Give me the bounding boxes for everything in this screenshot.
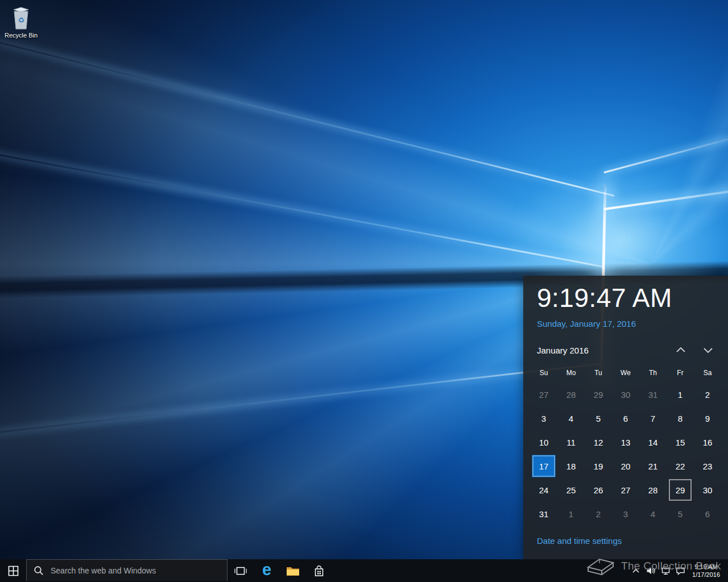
task-view-icon bbox=[234, 566, 247, 576]
calendar-header: January 2016 bbox=[537, 345, 714, 355]
calendar-day[interactable]: 1 bbox=[560, 503, 582, 525]
volume-icon[interactable] bbox=[643, 559, 658, 582]
calendar-day[interactable]: 2 bbox=[587, 503, 610, 525]
calendar-day[interactable]: 24 bbox=[532, 479, 555, 501]
calendar-day[interactable]: 30 bbox=[696, 479, 719, 501]
calendar-day[interactable]: 28 bbox=[642, 479, 664, 501]
desktop: ♻ Recycle Bin 9:19:47 AM Sunday, January… bbox=[0, 0, 728, 582]
calendar-day[interactable]: 17 bbox=[532, 455, 555, 477]
clock-date-link[interactable]: Sunday, January 17, 2016 bbox=[537, 319, 636, 329]
calendar-day[interactable]: 5 bbox=[669, 503, 692, 525]
tray-clock[interactable]: 9:19 AM 1/17/2016 bbox=[688, 563, 725, 579]
recycle-bin[interactable]: ♻ Recycle Bin bbox=[3, 5, 39, 39]
clock-time: 9:19:47 AM bbox=[537, 282, 672, 313]
calendar-day[interactable]: 23 bbox=[696, 455, 719, 477]
system-tray: 9:19 AM 1/17/2016 bbox=[628, 559, 728, 582]
date-time-settings-link[interactable]: Date and time settings bbox=[537, 536, 622, 546]
calendar-day[interactable]: 6 bbox=[696, 503, 719, 525]
calendar-day[interactable]: 3 bbox=[532, 408, 555, 429]
calendar-day[interactable]: 22 bbox=[669, 455, 692, 477]
tray-date: 1/17/2016 bbox=[692, 571, 720, 579]
calendar-day[interactable]: 26 bbox=[587, 479, 610, 501]
calendar-month-label: January 2016 bbox=[537, 346, 589, 355]
chevron-up-icon[interactable] bbox=[675, 345, 687, 355]
start-button[interactable] bbox=[0, 559, 26, 582]
task-view-button[interactable] bbox=[228, 559, 254, 582]
edge-button[interactable]: e bbox=[254, 559, 280, 582]
svg-text:♻: ♻ bbox=[18, 16, 24, 24]
calendar-day[interactable]: 25 bbox=[560, 479, 582, 501]
day-of-week-header: Mo bbox=[557, 368, 585, 378]
taskbar: e bbox=[0, 559, 728, 582]
file-explorer-icon bbox=[286, 566, 300, 576]
calendar-day[interactable]: 6 bbox=[614, 408, 637, 429]
calendar-day[interactable]: 15 bbox=[669, 431, 692, 453]
calendar-day[interactable]: 5 bbox=[587, 408, 610, 429]
calendar-day[interactable]: 4 bbox=[560, 408, 582, 429]
calendar-day[interactable]: 10 bbox=[532, 431, 555, 453]
calendar-day[interactable]: 3 bbox=[614, 503, 637, 525]
calendar-day-headers: SuMoTuWeThFrSa bbox=[530, 368, 721, 378]
chevron-down-icon[interactable] bbox=[702, 345, 714, 355]
tray-time: 9:19 AM bbox=[694, 563, 717, 571]
calendar-day[interactable]: 30 bbox=[614, 384, 637, 405]
calendar-day[interactable]: 7 bbox=[642, 408, 664, 429]
clock-calendar-flyout: 9:19:47 AM Sunday, January 17, 2016 Janu… bbox=[523, 276, 728, 559]
calendar-day[interactable]: 13 bbox=[614, 431, 637, 453]
calendar-day[interactable]: 28 bbox=[560, 384, 582, 405]
calendar-day[interactable]: 29 bbox=[587, 384, 610, 405]
action-center-icon[interactable] bbox=[673, 559, 688, 582]
calendar-day[interactable]: 2 bbox=[696, 384, 719, 405]
calendar-day[interactable]: 19 bbox=[587, 455, 610, 477]
tray-chevron-up-icon[interactable] bbox=[628, 559, 643, 582]
calendar-day[interactable]: 9 bbox=[696, 408, 719, 429]
recycle-bin-icon: ♻ bbox=[10, 5, 32, 31]
edge-icon: e bbox=[262, 562, 271, 578]
store-button[interactable] bbox=[306, 559, 332, 582]
file-explorer-button[interactable] bbox=[280, 559, 306, 582]
calendar-day[interactable]: 12 bbox=[587, 431, 610, 453]
day-of-week-header: Th bbox=[639, 368, 667, 378]
calendar-day[interactable]: 20 bbox=[614, 455, 637, 477]
calendar-day[interactable]: 1 bbox=[669, 384, 692, 405]
day-of-week-header: Fr bbox=[667, 368, 694, 378]
taskbar-search[interactable] bbox=[26, 559, 228, 581]
store-icon bbox=[313, 565, 325, 577]
calendar-day[interactable]: 18 bbox=[560, 455, 582, 477]
calendar-day[interactable]: 11 bbox=[560, 431, 582, 453]
search-input[interactable] bbox=[49, 566, 227, 576]
day-of-week-header: Su bbox=[530, 368, 557, 378]
day-of-week-header: Tu bbox=[585, 368, 612, 378]
calendar-day[interactable]: 8 bbox=[669, 408, 692, 429]
calendar-grid: 2728293031123456789101112131415161718192… bbox=[530, 383, 721, 526]
calendar-day[interactable]: 14 bbox=[642, 431, 664, 453]
day-of-week-header: Sa bbox=[694, 368, 721, 378]
recycle-bin-label: Recycle Bin bbox=[3, 32, 39, 39]
calendar-day[interactable]: 16 bbox=[696, 431, 719, 453]
calendar-day[interactable]: 31 bbox=[642, 384, 664, 405]
search-icon bbox=[34, 566, 44, 576]
calendar-day[interactable]: 29 bbox=[669, 479, 692, 501]
calendar-day[interactable]: 27 bbox=[532, 384, 555, 405]
calendar-day[interactable]: 4 bbox=[642, 503, 664, 525]
calendar-day[interactable]: 21 bbox=[642, 455, 664, 477]
network-icon[interactable] bbox=[658, 559, 673, 582]
day-of-week-header: We bbox=[612, 368, 639, 378]
calendar-day[interactable]: 31 bbox=[532, 503, 555, 525]
calendar-day[interactable]: 27 bbox=[614, 479, 637, 501]
windows-logo-icon bbox=[8, 566, 19, 576]
